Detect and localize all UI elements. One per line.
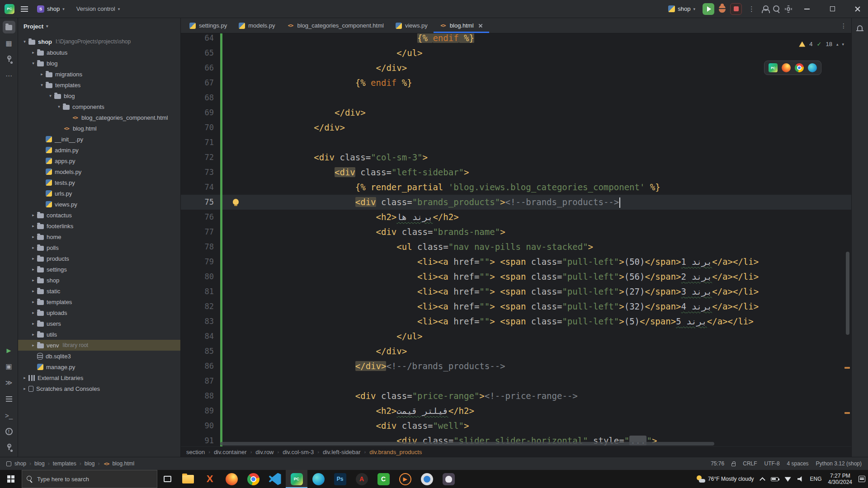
github-desktop-button[interactable] (438, 470, 459, 488)
tree-item--init-py[interactable]: __init__.py (18, 134, 180, 145)
error-stripe-mark[interactable] (844, 412, 850, 414)
chevron-closed-icon[interactable]: ▸ (21, 386, 28, 391)
line-number[interactable]: 81 (181, 284, 214, 299)
tree-item-models-py[interactable]: models.py (18, 166, 180, 177)
profile-icon[interactable] (761, 5, 769, 13)
tree-item-settings[interactable]: ▸settings (18, 264, 180, 275)
tree-item-home[interactable]: ▸home (18, 231, 180, 242)
line-number[interactable]: 73 (181, 165, 214, 180)
breadcrumb-item[interactable]: div.container (214, 449, 247, 455)
line-number[interactable]: 82 (181, 299, 214, 314)
chevron-open-icon[interactable]: ▾ (21, 39, 28, 44)
tree-item-venv[interactable]: ▸venvlibrary root (18, 340, 180, 351)
tree-item-apps-py[interactable]: apps.py (18, 155, 180, 166)
media-player-button[interactable]: ▶ (394, 470, 416, 488)
tree-item-components[interactable]: ▾components (18, 101, 180, 112)
problems-tool-icon[interactable]: ! (3, 425, 15, 438)
line-number[interactable]: 76 (181, 210, 214, 225)
tree-item-admin-py[interactable]: admin.py (18, 145, 180, 155)
x-app-button[interactable]: X (199, 470, 221, 488)
caret-position[interactable]: 75:76 (711, 460, 724, 467)
tree-item-blog-html[interactable]: <>blog.html (18, 123, 180, 134)
tab-options-icon[interactable]: ⋮ (836, 18, 851, 33)
window-maximize-button[interactable] (822, 0, 843, 18)
status-path-item[interactable]: shop (14, 460, 26, 467)
tree-item-aboutus[interactable]: ▸aboutus (18, 47, 180, 58)
commit-tool-icon[interactable] (3, 53, 15, 66)
tree-item-footerlinks[interactable]: ▸footerlinks (18, 221, 180, 231)
status-bar-path[interactable]: shop›blog›templates›blog›<>blog.html (6, 460, 134, 467)
error-stripe-mark[interactable] (844, 367, 850, 369)
line-number[interactable]: 91 (181, 433, 214, 446)
action-center-icon[interactable] (859, 476, 865, 482)
tree-item-tests-py[interactable]: tests.py (18, 177, 180, 188)
python-packages-tool-icon[interactable]: ▣ (3, 360, 15, 373)
start-button[interactable] (0, 470, 22, 488)
tab-blog-categories-component-html[interactable]: <>blog_categories_component.html (281, 18, 390, 33)
tree-item-views-py[interactable]: views.py (18, 199, 180, 210)
file-encoding[interactable]: UTF-8 (764, 460, 780, 467)
tree-item-users[interactable]: ▸users (18, 318, 180, 329)
chevron-closed-icon[interactable]: ▸ (29, 245, 37, 250)
line-number[interactable]: 69 (181, 105, 214, 120)
close-tab-icon[interactable] (478, 23, 483, 28)
chevron-open-icon[interactable]: ▾ (47, 94, 54, 98)
status-path-item[interactable]: blog (34, 460, 45, 467)
tree-item-migrations[interactable]: ▸migrations (18, 69, 180, 80)
photoshop-button[interactable]: Ps (329, 470, 351, 488)
chevron-closed-icon[interactable]: ▸ (29, 50, 37, 55)
hidden-icons-chevron[interactable] (760, 477, 765, 483)
line-number[interactable]: 77 (181, 225, 214, 239)
edge-preview-icon[interactable] (808, 63, 817, 72)
chrome-button[interactable] (242, 470, 264, 488)
previous-problem-icon[interactable]: ▴ (836, 42, 839, 47)
acrobat-button[interactable]: A (351, 470, 373, 488)
chevron-closed-icon[interactable]: ▸ (29, 300, 37, 304)
chevron-open-icon[interactable]: ▾ (29, 61, 37, 66)
chevron-open-icon[interactable]: ▾ (38, 83, 46, 87)
input-language[interactable]: ENG (810, 476, 822, 482)
read-only-toggle[interactable] (731, 461, 736, 466)
clock[interactable]: 7:27 PM 4/30/2024 (828, 473, 852, 485)
line-separator[interactable]: CRLF (743, 460, 757, 467)
tab-settings-py[interactable]: settings.py (184, 18, 233, 33)
chevron-closed-icon[interactable]: ▸ (29, 213, 37, 217)
more-tool-windows-icon[interactable]: ⋯ (3, 70, 15, 82)
tree-item-products[interactable]: ▸products (18, 253, 180, 264)
task-view-button[interactable] (157, 470, 177, 488)
line-number[interactable]: 67 (181, 75, 214, 90)
main-menu-icon[interactable] (21, 6, 28, 12)
services-tool-icon[interactable] (3, 393, 15, 405)
line-number[interactable]: 90 (181, 418, 214, 433)
chevron-closed-icon[interactable]: ▸ (29, 224, 37, 228)
line-number[interactable]: 86 (181, 359, 214, 374)
line-number[interactable]: 70 (181, 120, 214, 135)
line-number[interactable]: 75 (181, 195, 214, 210)
debug-button[interactable] (719, 5, 726, 13)
status-path-item[interactable]: blog (85, 460, 95, 467)
chevron-closed-icon[interactable]: ▸ (29, 289, 37, 293)
tree-item-blog[interactable]: ▾blog (18, 58, 180, 69)
stop-button[interactable] (730, 3, 742, 15)
more-actions-icon[interactable]: ⋮ (746, 5, 757, 13)
line-number[interactable]: 85 (181, 344, 214, 359)
breadcrumb-item[interactable]: div.col-sm-3 (283, 449, 314, 455)
line-number[interactable]: 83 (181, 314, 214, 329)
status-path-item[interactable]: templates (53, 460, 76, 467)
tab-views-py[interactable]: views.py (390, 18, 434, 33)
horizontal-scrollbar[interactable] (220, 442, 838, 446)
volume-icon[interactable] (797, 476, 804, 482)
battery-icon[interactable] (771, 477, 778, 481)
chevron-closed-icon[interactable]: ▸ (29, 332, 37, 337)
settings-gear-icon[interactable] (785, 5, 792, 13)
line-number[interactable]: 65 (181, 46, 214, 61)
line-number[interactable]: 72 (181, 150, 214, 165)
chevron-closed-icon[interactable]: ▸ (38, 72, 46, 76)
project-panel-header[interactable]: Project ▾ (18, 18, 180, 34)
chevron-open-icon[interactable]: ▾ (55, 104, 63, 109)
line-number[interactable]: 79 (181, 254, 214, 269)
python-console-tool-icon[interactable]: ≫ (3, 376, 15, 389)
tab-models-py[interactable]: models.py (233, 18, 281, 33)
python-interpreter[interactable]: Python 3.12 (shop) (816, 460, 862, 467)
line-number[interactable]: 78 (181, 239, 214, 254)
